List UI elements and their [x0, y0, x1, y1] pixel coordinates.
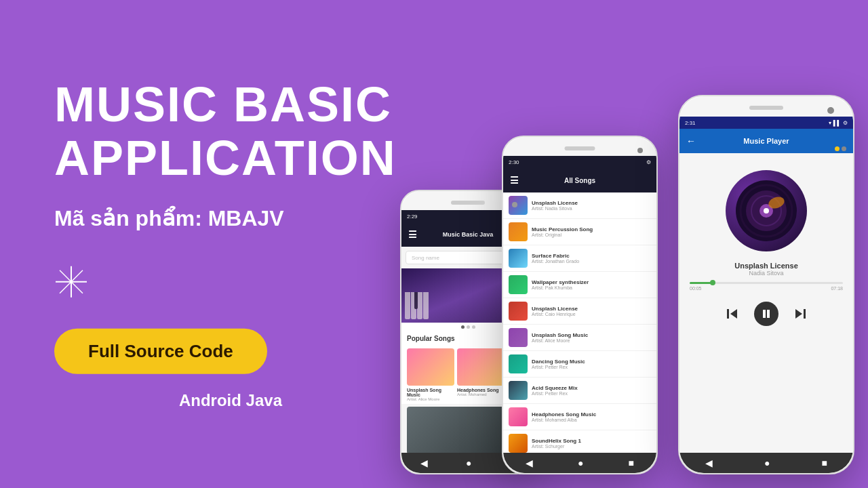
prev-icon	[726, 307, 739, 321]
song-item-5[interactable]: Unsplash License Artist: Caio Henrique	[503, 298, 656, 325]
title-line2: APPLICATION	[54, 131, 397, 185]
song-item-4[interactable]: Wallpaper synthesizer Artist: Pak Khumba	[503, 272, 656, 298]
phone3-nav-home[interactable]: ●	[764, 458, 770, 468]
dj-turntable-icon	[732, 177, 800, 245]
song-title-6: Unsplash Song Music	[532, 332, 651, 338]
phone2-speaker	[565, 146, 595, 150]
song-item-1[interactable]: Unsplash License Artist: Nadia Sitova	[503, 192, 656, 219]
song-thumb-3	[509, 249, 528, 268]
song-item-3[interactable]: Surface Fabric Artist: Jonathan Grado	[503, 245, 656, 272]
phone-mockup-3: 2:31 ▾ ▌▌ ⚙ ← Music Player	[678, 95, 854, 474]
phone3-song-title: Unsplash License	[690, 262, 843, 270]
phone3-current-time: 00:05	[690, 286, 702, 291]
popular-item-1: Unsplash Song Music Artist: Alice Moore	[407, 348, 454, 401]
phone3-nav-back[interactable]: ◀	[705, 458, 713, 468]
song-artist-8: Artist: Petter Rex	[532, 391, 651, 396]
phone3-toolbar-title: Music Player	[743, 137, 789, 145]
phone3-prev-button[interactable]	[724, 306, 741, 322]
song-info-9: Headphones Song Music Artist: Mohamed Al…	[532, 411, 651, 422]
sparkle-icon	[54, 265, 88, 299]
phone2-gear-icon: ⚙	[646, 159, 651, 165]
phone3-indicator-dots	[835, 146, 846, 151]
song-info-3: Surface Fabric Artist: Jonathan Grado	[532, 253, 651, 264]
svg-point-7	[764, 208, 769, 214]
phone2-recents-btn[interactable]: ■	[629, 458, 634, 468]
full-source-code-button[interactable]: Full Source Code	[54, 329, 267, 374]
phone2-home-btn[interactable]: ●	[578, 458, 583, 468]
pause-icon	[761, 308, 772, 319]
song-thumb-7	[509, 354, 528, 373]
phone3-toolbar: ← Music Player	[679, 129, 853, 153]
phone3-status-icons: ▾ ▌▌ ⚙	[829, 120, 848, 126]
song-title-5: Unsplash License	[532, 306, 651, 312]
svg-marker-16	[795, 309, 802, 319]
popular-song-title-1: Unsplash Song Music	[407, 388, 454, 397]
phone3-progress-container: 00:05 07:18	[679, 277, 853, 296]
song-item-6[interactable]: Unsplash Song Music Artist: Alice Moore	[503, 325, 656, 351]
phone3-progress-fill	[690, 282, 713, 284]
phone1-menu-icon: ☰	[408, 229, 417, 240]
song-title-9: Headphones Song Music	[532, 411, 651, 418]
phone-mockup-2: 2:30 ⚙ ☰ All Songs Unsplash License Arti…	[502, 136, 658, 474]
phone3-song-artist: Nadia Sitova	[690, 270, 843, 277]
song-artist-4: Artist: Pak Khumba	[532, 285, 651, 290]
phone3-dot-inactive	[842, 146, 846, 151]
star-decoration	[54, 265, 407, 302]
popular-artist-2: Artist: Mohamed	[457, 392, 505, 396]
popular-item-2: Headphones Song Artist: Mohamed	[457, 348, 505, 401]
phone3-progress-dot	[710, 280, 715, 285]
phones-container: 2:29 ⚙ ☰ Music Basic Java Song name	[380, 27, 868, 488]
song-thumb-10	[509, 434, 528, 453]
phone3-album-section	[679, 153, 853, 251]
phone3-album-art	[726, 170, 807, 251]
phone3-camera	[827, 107, 834, 114]
phone1-search-placeholder: Song name	[412, 255, 439, 261]
song-info-7: Dancing Song Music Artist: Petter Rex	[532, 359, 651, 369]
phone3-pause-button[interactable]	[754, 302, 778, 326]
title-line1: MUSIC BASIC	[54, 77, 392, 131]
phone3-back-icon[interactable]: ←	[686, 136, 696, 146]
phone1-time: 2:29	[407, 214, 418, 220]
song-artist-10: Artist: Schurger	[532, 444, 651, 449]
song-thumb-4	[509, 275, 528, 294]
song-title-3: Surface Fabric	[532, 253, 651, 259]
song-item-2[interactable]: Music Percussion Song Artist: Original	[503, 219, 656, 245]
phone3-dot-active	[835, 146, 840, 151]
phone3-signal-icon: ▌▌	[833, 120, 841, 126]
phone1-camera	[512, 202, 517, 207]
phone1-back-btn[interactable]: ◀	[420, 458, 428, 468]
song-artist-3: Artist: Jonathan Grado	[532, 259, 651, 264]
song-title-10: SoundHelix Song 1	[532, 438, 651, 444]
song-thumb-2	[509, 222, 528, 241]
phone2-camera	[637, 148, 643, 153]
song-item-7[interactable]: Dancing Song Music Artist: Petter Rex	[503, 351, 656, 378]
song-info-1: Unsplash License Artist: Nadia Sitova	[532, 200, 651, 211]
song-title-2: Music Percussion Song	[532, 226, 651, 232]
phone1-home-btn[interactable]: ●	[466, 458, 471, 468]
song-item-9[interactable]: Headphones Song Music Artist: Mohamed Al…	[503, 404, 656, 430]
phone3-total-time: 07:18	[831, 286, 843, 291]
phone3-android-nav: ◀ ● ■	[679, 453, 853, 473]
song-artist-5: Artist: Caio Henrique	[532, 312, 651, 317]
phone3-gear-icon: ⚙	[843, 120, 848, 126]
song-thumb-9	[509, 407, 528, 426]
song-title-7: Dancing Song Music	[532, 359, 651, 365]
phone2-android-nav: ◀ ● ■	[503, 453, 656, 473]
song-info-2: Music Percussion Song Artist: Original	[532, 226, 651, 237]
svg-rect-15	[804, 309, 806, 319]
phone3-wifi-icon: ▾	[829, 120, 831, 126]
song-artist-6: Artist: Alice Moore	[532, 338, 651, 343]
phone2-toolbar: ☰ All Songs	[503, 168, 656, 192]
popular-thumb-2	[457, 348, 505, 386]
song-item-8[interactable]: Acid Squeeze Mix Artist: Petter Rex	[503, 378, 656, 404]
phone3-time: 2:31	[685, 120, 696, 126]
song-artist-7: Artist: Petter Rex	[532, 365, 651, 369]
next-icon	[793, 307, 807, 321]
phone2-back-btn[interactable]: ◀	[526, 458, 533, 468]
song-artist-9: Artist: Mohamed Alba	[532, 418, 651, 422]
song-info-4: Wallpaper synthesizer Artist: Pak Khumba	[532, 279, 651, 290]
phone3-next-button[interactable]	[792, 306, 808, 322]
song-info-8: Acid Squeeze Mix Artist: Petter Rex	[532, 385, 651, 396]
phone3-progress-bar[interactable]	[690, 282, 843, 284]
phone3-nav-recents[interactable]: ■	[822, 458, 827, 468]
